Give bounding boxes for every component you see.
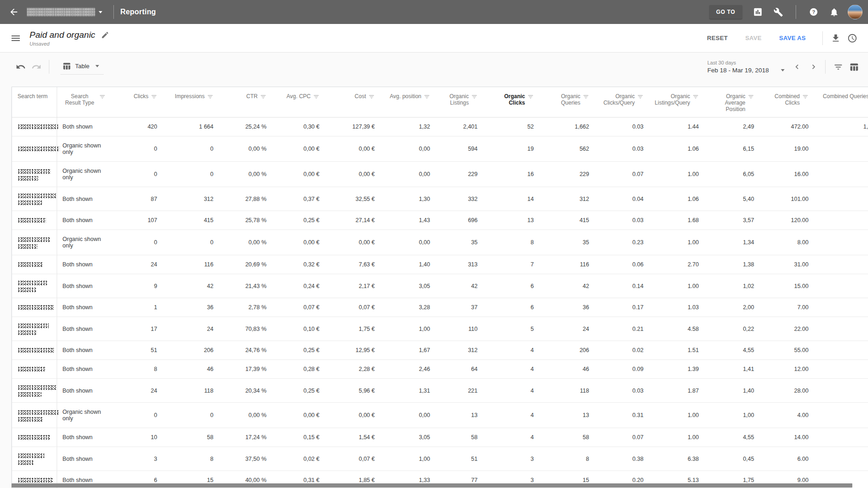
redacted-search-term <box>18 323 49 329</box>
reset-button[interactable]: RESET <box>703 31 732 45</box>
notifications-bell-icon[interactable] <box>825 3 843 21</box>
date-range-dropdown[interactable]: Feb 18 - Mar 19, 2018 <box>707 67 785 74</box>
column-header-organic-listings-query[interactable]: Organic Listings/Query <box>649 87 704 118</box>
schedule-clock-icon[interactable] <box>844 30 861 47</box>
redo-icon[interactable] <box>29 59 44 75</box>
table-layout-icon[interactable] <box>846 59 862 75</box>
divider <box>796 5 796 19</box>
account-dropdown-caret-icon[interactable] <box>99 11 102 13</box>
table-row: Both shown2411820,34 %0,25 €5,96 €1,3122… <box>12 379 868 403</box>
undo-icon[interactable] <box>13 59 29 75</box>
metric-value-cell: 0,28 € <box>272 360 325 379</box>
filter-icon[interactable] <box>830 59 846 75</box>
metric-value-cell: 0,37 € <box>272 187 325 211</box>
metric-value-cell: 2,401 <box>436 118 483 136</box>
column-filter-icon[interactable] <box>802 94 809 100</box>
save-as-button[interactable]: SAVE AS <box>774 31 810 45</box>
download-icon[interactable] <box>827 30 844 47</box>
column-filter-icon[interactable] <box>313 94 319 100</box>
column-filter-icon[interactable] <box>637 94 644 100</box>
metric-value-cell: 37 <box>436 298 483 317</box>
column-label: Impressions <box>175 93 205 100</box>
column-filter-icon[interactable] <box>99 94 106 100</box>
column-header-clicks[interactable]: Clicks <box>111 87 163 118</box>
metric-value-cell: 46 <box>163 360 219 379</box>
column-filter-icon[interactable] <box>260 94 266 100</box>
column-header-cost[interactable]: Cost <box>325 87 380 118</box>
table-header: Search termSearch Result TypeClicksImpre… <box>12 87 868 118</box>
metric-value-cell: 6.38 <box>649 447 704 471</box>
save-button[interactable]: SAVE <box>741 31 767 45</box>
column-header-combined-clicks[interactable]: Combined Clicks <box>760 87 814 118</box>
column-label: Organic Clicks <box>489 93 525 106</box>
divider <box>49 60 49 74</box>
metric-value-cell: 24 <box>163 317 219 341</box>
report-table: Search termSearch Result TypeClicksImpre… <box>12 87 868 488</box>
metric-value-cell: 6.00 <box>760 447 814 471</box>
metric-value-cell: 0,30 € <box>272 118 325 136</box>
column-header-impressions[interactable]: Impressions <box>163 87 219 118</box>
metric-value-cell: 1.06 <box>649 136 704 162</box>
metric-value-cell: 472.00 <box>760 118 814 136</box>
metric-value-cell: 15.00 <box>760 274 814 298</box>
redacted-search-term <box>18 218 46 223</box>
metric-value-cell: 0.21 <box>595 317 649 341</box>
column-filter-icon[interactable] <box>424 94 430 100</box>
metric-value-cell: 0.23 <box>595 230 649 255</box>
user-avatar[interactable] <box>848 5 862 19</box>
search-result-type-cell: Organic shown only <box>57 136 111 162</box>
column-header-organic-clicks-query[interactable]: Organic Clicks/Query <box>595 87 649 118</box>
account-name-redacted[interactable] <box>27 8 95 16</box>
metric-value-cell: 0,00 % <box>219 230 272 255</box>
redacted-search-term <box>18 347 54 353</box>
search-term-cell <box>12 136 57 162</box>
column-header-avg-cpc[interactable]: Avg. CPC <box>272 87 325 118</box>
metric-value-cell: 229 <box>436 162 483 187</box>
column-filter-icon[interactable] <box>368 94 375 100</box>
back-icon[interactable] <box>5 3 23 21</box>
column-header-combined-queries[interactable]: Combined Queries <box>814 87 868 118</box>
metric-value-cell: 3,57 <box>704 211 760 230</box>
chevron-down-icon <box>781 69 785 71</box>
column-header-organic-listings[interactable]: Organic Listings <box>436 87 483 118</box>
column-filter-icon[interactable] <box>207 94 213 100</box>
metric-value-cell: 110 <box>436 317 483 341</box>
edit-pencil-icon[interactable] <box>101 31 109 39</box>
column-header-avg-position[interactable]: Avg. position <box>380 87 436 118</box>
view-type-dropdown[interactable]: Table <box>60 59 104 75</box>
search-term-cell <box>12 187 57 211</box>
tools-wrench-icon[interactable] <box>769 3 787 21</box>
menu-hamburger-icon[interactable] <box>10 33 21 44</box>
column-header-search-result-type[interactable]: Search Result Type <box>57 87 111 118</box>
column-filter-icon[interactable] <box>527 94 534 100</box>
reports-chart-icon[interactable] <box>749 3 767 21</box>
metric-value-cell: 0,00 € <box>272 230 325 255</box>
column-filter-icon[interactable] <box>692 94 699 100</box>
column-filter-icon[interactable] <box>583 94 589 100</box>
metric-value-cell: 7.00 <box>760 298 814 317</box>
previous-period-chevron-icon[interactable] <box>790 60 804 74</box>
metric-value-cell: 36 <box>539 298 595 317</box>
metric-value-cell: 0,07 € <box>325 298 380 317</box>
metric-value-cell: 1,30 <box>380 187 436 211</box>
horizontal-scrollbar[interactable] <box>12 483 852 488</box>
metric-value-cell: 8 <box>483 230 539 255</box>
column-header-organic-queries[interactable]: Organic Queries <box>539 87 595 118</box>
column-filter-icon[interactable] <box>151 94 157 100</box>
metric-value-cell: 0,00 % <box>219 403 272 428</box>
column-header-organic-clicks[interactable]: Organic Clicks <box>483 87 539 118</box>
column-filter-icon[interactable] <box>748 94 754 100</box>
next-period-chevron-icon[interactable] <box>807 60 821 74</box>
column-header-organic-average-position[interactable]: Organic Average Position <box>704 87 760 118</box>
metric-value-cell: 6 <box>483 298 539 317</box>
metric-value-cell: 1,00 <box>380 317 436 341</box>
column-filter-icon[interactable] <box>471 94 478 100</box>
column-header-ctr[interactable]: CTR <box>219 87 272 118</box>
metric-value-cell: 28.00 <box>760 379 814 403</box>
metric-value-cell: 415 <box>814 211 868 230</box>
search-term-cell <box>12 341 57 360</box>
go-to-button[interactable]: GO TO <box>709 5 742 19</box>
metric-value-cell: 0.02 <box>595 341 649 360</box>
metric-value-cell: 562 <box>539 136 595 162</box>
help-icon[interactable]: ? <box>804 3 823 21</box>
